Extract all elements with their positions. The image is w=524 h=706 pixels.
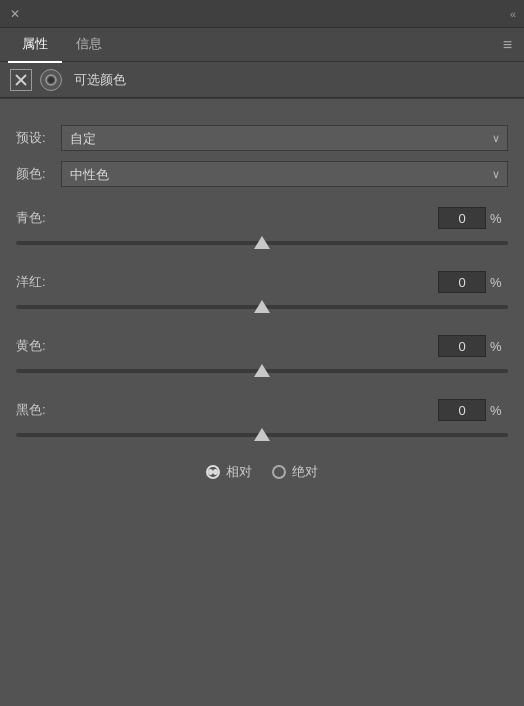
title-bar-left: ✕ [8,7,22,21]
close-icon: ✕ [10,7,20,21]
double-arrow-button[interactable]: « [510,8,516,20]
radio-row: 相对 绝对 [16,463,508,481]
black-track-container [16,425,508,445]
tab-properties[interactable]: 属性 [8,27,62,63]
cyan-track[interactable] [16,241,508,245]
absolute-radio-label: 绝对 [292,463,318,481]
cyan-thumb[interactable] [254,236,270,249]
panel-menu-button[interactable]: ≡ [499,32,516,58]
preset-dropdown-wrapper: 自定 默认 [61,125,508,151]
tab-info[interactable]: 信息 [62,27,116,63]
magenta-thumb[interactable] [254,300,270,313]
relative-radio-option[interactable]: 相对 [206,463,252,481]
double-arrow-icon: « [510,8,516,20]
yellow-label: 黄色: [16,337,61,355]
magenta-slider-section: 洋红: % [16,271,508,317]
relative-radio-label: 相对 [226,463,252,481]
preset-row: 预设: 自定 默认 [16,125,508,151]
black-thumb[interactable] [254,428,270,441]
yellow-slider-section: 黄色: % [16,335,508,381]
relative-radio-circle [206,465,220,479]
magenta-label: 洋红: [16,273,61,291]
color-row: 颜色: 红色 黄色 绿色 青色 蓝色 洋红 白色 中性色 黑色 [16,161,508,187]
tabs: 属性 信息 [8,27,116,63]
tab-bar: 属性 信息 ≡ [0,28,524,62]
absolute-radio-circle [272,465,286,479]
circle-icon-box [40,69,62,91]
cyan-input[interactable] [438,207,486,229]
title-bar: ✕ « [0,0,524,28]
cross-icon [14,73,28,87]
black-input[interactable] [438,399,486,421]
preset-label: 预设: [16,129,61,147]
svg-point-3 [48,77,54,83]
yellow-input[interactable] [438,335,486,357]
yellow-thumb[interactable] [254,364,270,377]
black-percent: % [490,403,508,418]
panel-title: 可选颜色 [74,71,126,89]
color-dropdown[interactable]: 红色 黄色 绿色 青色 蓝色 洋红 白色 中性色 黑色 [61,161,508,187]
cyan-track-container [16,233,508,253]
cyan-label: 青色: [16,209,61,227]
filled-circle-icon [45,74,57,86]
black-track[interactable] [16,433,508,437]
yellow-row: 黄色: % [16,335,508,357]
cyan-slider-section: 青色: % [16,207,508,253]
absolute-radio-option[interactable]: 绝对 [272,463,318,481]
cross-icon-box [10,69,32,91]
black-label: 黑色: [16,401,61,419]
close-button[interactable]: ✕ [8,7,22,21]
magenta-percent: % [490,275,508,290]
cyan-percent: % [490,211,508,226]
black-row: 黑色: % [16,399,508,421]
color-dropdown-wrapper: 红色 黄色 绿色 青色 蓝色 洋红 白色 中性色 黑色 [61,161,508,187]
black-slider-section: 黑色: % [16,399,508,445]
yellow-track-container [16,361,508,381]
menu-icon: ≡ [503,36,512,53]
cyan-row: 青色: % [16,207,508,229]
color-label: 颜色: [16,165,61,183]
magenta-track[interactable] [16,305,508,309]
magenta-row: 洋红: % [16,271,508,293]
yellow-percent: % [490,339,508,354]
panel-body: 预设: 自定 默认 颜色: 红色 黄色 绿色 青色 蓝色 洋红 白色 中性色 黑… [0,111,524,495]
magenta-track-container [16,297,508,317]
panel-header: 可选颜色 [0,62,524,98]
preset-dropdown[interactable]: 自定 默认 [61,125,508,151]
magenta-input[interactable] [438,271,486,293]
yellow-track[interactable] [16,369,508,373]
